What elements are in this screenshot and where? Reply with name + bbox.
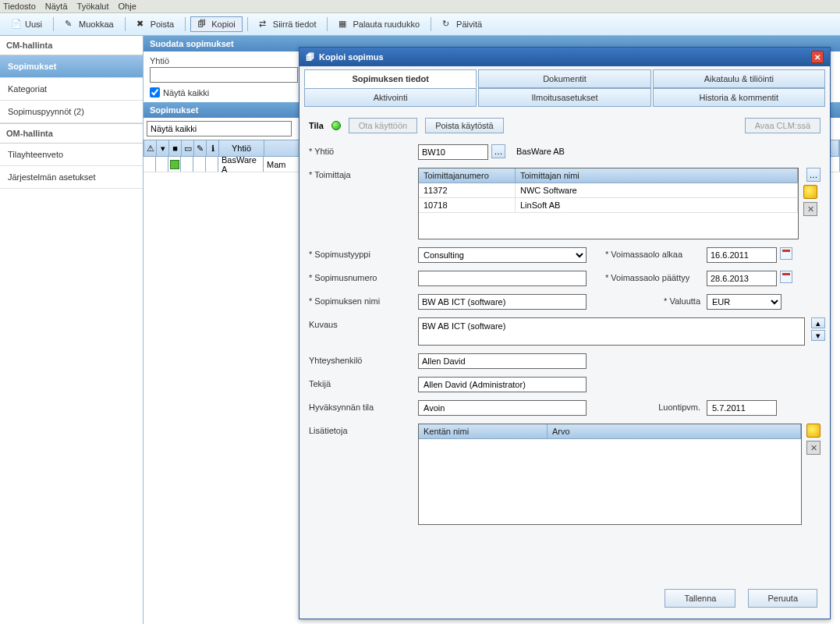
open-clm-button[interactable]: Avaa CLM:ssä — [745, 118, 821, 133]
grid-nav-input[interactable] — [147, 121, 292, 136]
created-label: Luontipvm. — [605, 400, 707, 412]
filter-showall-checkbox[interactable] — [150, 87, 160, 98]
contact-input[interactable] — [418, 353, 587, 369]
tab-documents[interactable]: Dokumentit — [478, 69, 650, 88]
toolbar-copy[interactable]: 🗐Kopioi — [190, 16, 243, 32]
tab-notifications[interactable]: Ilmoitusasetukset — [478, 88, 650, 107]
type-select[interactable]: Consulting — [418, 247, 587, 263]
company-lookup-icon[interactable]: … — [491, 144, 505, 158]
sidebar-item-categories[interactable]: Kategoriat — [0, 78, 143, 101]
menu-view[interactable]: Näytä — [45, 2, 68, 11]
supplier-table: Toimittajanumero Toimittajan nimi 11372 … — [418, 168, 799, 239]
grid-col-status-icon[interactable]: ⚠ — [144, 140, 157, 156]
company-label: * Yhtiö — [309, 144, 418, 156]
author-display: Allen David (Administrator) — [418, 377, 587, 392]
supplier-add-icon[interactable] — [803, 185, 817, 199]
extra-col-name[interactable]: Kentän nimi — [419, 424, 548, 438]
author-label: Tekijä — [309, 377, 418, 388]
supplier-col-name[interactable]: Toimittajan nimi — [516, 168, 798, 183]
approval-label: Hyväksynnän tila — [309, 400, 418, 412]
extra-add-icon[interactable] — [806, 424, 821, 438]
dialog-icon: 🗐 — [306, 52, 314, 62]
transfer-icon: ⇄ — [259, 19, 270, 30]
company-code-input[interactable] — [418, 144, 488, 160]
toolbar-new[interactable]: 📄Uusi — [5, 17, 48, 31]
status-led-icon — [331, 121, 341, 130]
supplier-row[interactable]: 10718 LinSoft AB — [419, 198, 798, 213]
grid-icon: ▦ — [338, 19, 349, 30]
calendar-icon[interactable] — [780, 271, 792, 283]
extra-remove-icon[interactable]: ✕ — [806, 441, 821, 455]
save-button[interactable]: Tallenna — [665, 589, 735, 608]
name-label: * Sopimuksen nimi — [309, 294, 418, 306]
sidebar-section-om: OM-hallinta — [0, 123, 143, 144]
supplier-remove-icon[interactable]: ✕ — [803, 202, 817, 216]
grid-col-icon2[interactable]: ▾ — [157, 140, 169, 156]
close-icon[interactable]: ✕ — [811, 51, 824, 63]
scroll-up-icon[interactable]: ▴ — [811, 317, 825, 328]
contract-name-input[interactable] — [418, 294, 587, 310]
valid-from-label: * Voimassaolo alkaa — [605, 247, 707, 259]
scroll-down-icon[interactable]: ▾ — [811, 330, 825, 341]
disable-button[interactable]: Poista käytöstä — [425, 118, 504, 133]
contract-number-input[interactable] — [418, 271, 587, 286]
grid-col-company[interactable]: Yhtiö — [219, 140, 264, 156]
approval-display: Avoin — [418, 400, 587, 416]
cancel-button[interactable]: Peruuta — [748, 589, 817, 608]
sidebar-item-settings[interactable]: Järjestelmän asetukset — [0, 166, 143, 189]
sidebar-item-summary[interactable]: Tilayhteenveto — [0, 144, 143, 166]
copy-contract-dialog: 🗐 Kopioi sopimus ✕ Sopimuksen tiedot Dok… — [299, 47, 831, 619]
menu-file[interactable]: Tiedosto — [3, 2, 36, 11]
sidebar-item-requests[interactable]: Sopimuspyynnöt (2) — [0, 101, 143, 123]
supplier-col-number[interactable]: Toimittajanumero — [419, 168, 516, 183]
toolbar-move[interactable]: ⇄Siirrä tiedot — [253, 17, 323, 31]
tab-activation[interactable]: Aktivointi — [304, 88, 477, 107]
toolbar: 📄Uusi ✎Muokkaa ✖Poista 🗐Kopioi ⇄Siirrä t… — [0, 13, 840, 36]
supplier-lookup-icon[interactable]: … — [806, 168, 821, 182]
dialog-title: Kopioi sopimus — [319, 52, 384, 62]
toolbar-restore[interactable]: ▦Palauta ruudukko — [332, 17, 426, 31]
valid-from-input[interactable] — [707, 247, 777, 263]
supplier-row[interactable]: 11372 NWC Software — [419, 183, 798, 198]
extra-table: Kentän nimi Arvo — [418, 424, 802, 525]
description-textarea[interactable]: BW AB ICT (software) — [418, 317, 805, 346]
grid-col-icon5[interactable]: ✎ — [194, 140, 207, 156]
enable-button[interactable]: Ota käyttöön — [349, 118, 417, 133]
copy-icon: 🗐 — [197, 19, 208, 30]
filter-showall-label: Näytä kaikki — [163, 88, 209, 98]
sidebar-item-contracts[interactable]: Sopimukset — [0, 55, 143, 78]
menu-tools[interactable]: Työkalut — [77, 2, 109, 11]
currency-select[interactable]: EUR — [707, 294, 782, 310]
calendar-icon[interactable] — [780, 247, 792, 260]
type-label: * Sopimustyyppi — [309, 247, 418, 259]
toolbar-delete[interactable]: ✖Poista — [130, 17, 181, 31]
tab-schedule[interactable]: Aikataulu & tiliöinti — [653, 69, 825, 88]
contact-label: Yhteyshenkilö — [309, 353, 418, 365]
grid-col-icon6[interactable]: ℹ — [207, 140, 219, 156]
refresh-icon: ↻ — [442, 19, 453, 30]
tab-history[interactable]: Historia & kommentit — [653, 88, 825, 107]
valid-to-label: * Voimassaolo päättyy — [605, 271, 707, 282]
menu-help[interactable]: Ohje — [119, 2, 136, 11]
delete-icon: ✖ — [136, 19, 147, 30]
extra-col-value[interactable]: Arvo — [548, 424, 801, 438]
number-label: * Sopimusnumero — [309, 271, 418, 282]
new-icon: 📄 — [11, 19, 22, 30]
toolbar-refresh[interactable]: ↻Päivitä — [436, 17, 488, 31]
supplier-label: * Toimittaja — [309, 168, 418, 179]
created-display: 5.7.2011 — [707, 400, 777, 416]
grid-col-icon4[interactable]: ▭ — [182, 140, 194, 156]
company-name-display: BasWare AB — [516, 144, 565, 156]
description-label: Kuvaus — [309, 317, 418, 329]
dialog-titlebar[interactable]: 🗐 Kopioi sopimus ✕ — [299, 48, 830, 66]
sidebar: CM-hallinta Sopimukset Kategoriat Sopimu… — [0, 36, 144, 624]
menubar: Tiedosto Näytä Työkalut Ohje — [0, 0, 840, 13]
filter-company-input[interactable] — [150, 67, 298, 83]
grid-col-icon3[interactable]: ■ — [169, 140, 182, 156]
toolbar-edit[interactable]: ✎Muokkaa — [58, 17, 120, 31]
valid-to-input[interactable] — [707, 271, 777, 286]
extra-label: Lisätietoja — [309, 424, 418, 435]
tab-contract-info[interactable]: Sopimuksen tiedot — [304, 69, 477, 88]
status-green-icon — [170, 160, 179, 169]
grid-cell-company: BasWare A — [218, 157, 264, 172]
